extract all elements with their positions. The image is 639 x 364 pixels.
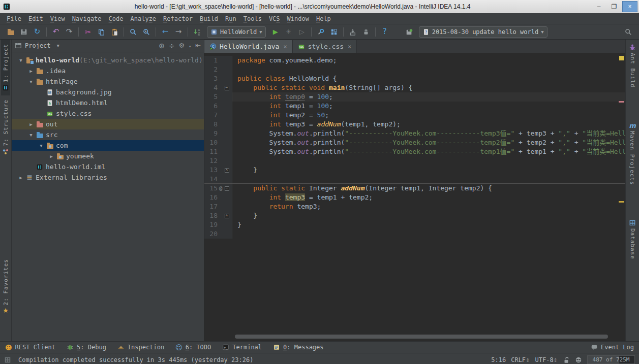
compare-with-button[interactable]: 011001 [191, 26, 204, 38]
menu-edit[interactable]: Edit [25, 14, 47, 23]
back-button[interactable]: ← [159, 26, 172, 38]
line-ending-selector[interactable]: CRLF⇕ [511, 356, 530, 363]
tool-button-1-project[interactable]: 1: Project [1, 40, 10, 95]
tree-item-style-css[interactable]: CSSstyle.css [12, 108, 204, 119]
memory-indicator[interactable]: 487 of 725M [587, 355, 635, 364]
editor-gutter[interactable]: 20 [204, 229, 232, 239]
code-line-14[interactable]: 14 [204, 175, 625, 184]
tree-expand-icon[interactable]: ▶ [27, 122, 35, 127]
undo-button[interactable]: ↶ [49, 26, 63, 38]
tool-button-5-debug[interactable]: 5: Debug [67, 344, 106, 351]
open-project-button[interactable] [4, 26, 17, 38]
editor-gutter[interactable]: 4− [204, 83, 232, 92]
editor-gutter[interactable]: 14 [204, 175, 232, 184]
tool-button-6-todo[interactable]: ☺6: TODO [175, 344, 211, 351]
fold-marker-icon[interactable]: ˄ [224, 168, 230, 173]
menu-run[interactable]: Run [222, 14, 240, 23]
tool-button-terminal[interactable]: >_Terminal [222, 344, 262, 351]
tool-button-database[interactable]: Database [628, 215, 637, 263]
menu-analyze[interactable]: Analyze [127, 14, 160, 23]
vcs-commit-message-combo[interactable]: ?2015-08-30 update hello world▼ [419, 26, 547, 38]
gear-button[interactable]: ⚙▾ [179, 42, 191, 49]
editor-gutter[interactable]: 5 [204, 92, 232, 102]
redo-button[interactable]: ↷ [63, 26, 76, 38]
editor-gutter[interactable]: 9 [204, 129, 232, 138]
tree-item-src[interactable]: ▼src [12, 129, 204, 140]
settings-button[interactable] [314, 26, 327, 38]
tree-expand-icon[interactable]: ▼ [37, 143, 45, 148]
run-configuration-combo[interactable]: HelloWorld▼ [207, 26, 266, 38]
editor-gutter[interactable]: 1 [204, 56, 232, 65]
editor-tab-style-css[interactable]: CSSstyle.css× [293, 40, 357, 53]
lock-icon[interactable] [563, 356, 570, 363]
editor-gutter[interactable]: 19 [204, 220, 232, 229]
encoding-selector[interactable]: UTF-8⇕ [535, 356, 558, 363]
search-everywhere-button[interactable] [622, 26, 635, 38]
tree-item-youmeek[interactable]: ▶youmeek [12, 151, 204, 161]
synchronize-button[interactable]: ↻ [31, 26, 44, 38]
code-line-10[interactable]: 10 System.out.println("-----------YouMee… [204, 138, 625, 147]
export-to-zip-button[interactable] [346, 26, 359, 38]
tool-button-2-favorites[interactable]: 2: Favorites★ [2, 255, 10, 318]
replace-button[interactable]: A [140, 26, 153, 38]
editor-gutter[interactable]: 17 [204, 202, 232, 211]
hector-inspector-icon[interactable] [575, 356, 582, 363]
code-line-18[interactable]: 18˄ } [204, 211, 625, 220]
editor-gutter[interactable]: 2 [204, 65, 232, 74]
menu-code[interactable]: Code [105, 14, 127, 23]
code-line-8[interactable]: 8 int temp3 = addNum(temp1, temp2); [204, 120, 625, 129]
close-tab-icon[interactable]: × [348, 43, 351, 50]
tool-button-7-structure[interactable]: 7: Structure [1, 95, 10, 159]
editor-hscrollbar[interactable] [235, 335, 608, 339]
fold-marker-icon[interactable]: − [224, 186, 230, 191]
code-line-16[interactable]: 16 int temp3 = temp1 + temp2; [204, 193, 625, 202]
maximize-button[interactable]: ❐ [607, 2, 621, 12]
copy-button[interactable] [95, 26, 108, 38]
menu-help[interactable]: Help [313, 14, 334, 23]
tool-button-event-log[interactable]: Event Log [591, 344, 634, 351]
tree-item-hello-world-iml[interactable]: hello-world.iml [12, 161, 204, 172]
code-line-15[interactable]: 15@− public static Integer addNum(Intege… [204, 184, 625, 193]
tree-item-background-jpg[interactable]: background.jpg [12, 87, 204, 97]
editor-gutter[interactable]: 12 [204, 156, 232, 166]
minimize-button[interactable]: – [592, 2, 606, 12]
editor-gutter[interactable]: 3 [204, 74, 232, 83]
menu-build[interactable]: Build [196, 14, 222, 23]
menu-navigate[interactable]: Navigate [69, 14, 105, 23]
code-editor[interactable]: 1package com.youmeek.demo;23public class… [204, 53, 625, 341]
code-line-20[interactable]: 20 [204, 229, 625, 239]
tool-window-switcher-icon[interactable] [4, 356, 11, 363]
tree-item-external-libraries[interactable]: ▶External Libraries [12, 172, 204, 183]
code-line-2[interactable]: 2 [204, 65, 625, 74]
tree-item-out[interactable]: ▶out [12, 119, 204, 129]
tool-button-0-messages[interactable]: 0: Messages [273, 344, 323, 351]
save-all-button[interactable] [17, 26, 31, 38]
code-line-6[interactable]: 6 int temp1 = 100; [204, 102, 625, 111]
run-button[interactable]: ▶ [269, 26, 282, 38]
tree-item-hello-world[interactable]: ▼hello-world (E:\git_work_space\hello-wo… [12, 55, 204, 65]
editor-gutter[interactable]: 6 [204, 102, 232, 111]
editor-gutter[interactable]: 10 [204, 138, 232, 147]
editor-gutter[interactable]: 16 [204, 193, 232, 202]
tree-expand-icon[interactable]: ▶ [17, 175, 25, 180]
error-stripe-mark[interactable] [619, 101, 624, 103]
project-panel-title[interactable]: Project [25, 42, 51, 49]
close-button[interactable]: × [622, 1, 637, 12]
code-line-13[interactable]: 13˄ } [204, 166, 625, 175]
tree-item-htmlpage[interactable]: ▼htmlPage [12, 76, 204, 87]
paste-button[interactable] [108, 26, 121, 38]
editor-gutter[interactable]: 11 [204, 147, 232, 156]
collapse-all-button[interactable]: ⇤ [195, 42, 201, 49]
fold-marker-icon[interactable]: ˄ [224, 214, 230, 218]
editor-gutter[interactable]: 18˄ [204, 211, 232, 220]
code-line-9[interactable]: 9 System.out.println("-----------YouMeek… [204, 129, 625, 138]
save-project-as-template-button[interactable] [403, 26, 416, 38]
tool-button-inspection[interactable]: Inspection [117, 344, 164, 351]
tree-expand-icon[interactable]: ▶ [47, 154, 55, 159]
code-line-5[interactable]: 5 int temp0 = 100; [204, 92, 625, 102]
tree-item-com[interactable]: ▼com [12, 140, 204, 151]
find-button[interactable] [127, 26, 140, 38]
error-stripe[interactable] [618, 53, 625, 341]
forward-button[interactable]: → [172, 26, 185, 38]
inspection-status-indicator[interactable] [619, 56, 624, 60]
